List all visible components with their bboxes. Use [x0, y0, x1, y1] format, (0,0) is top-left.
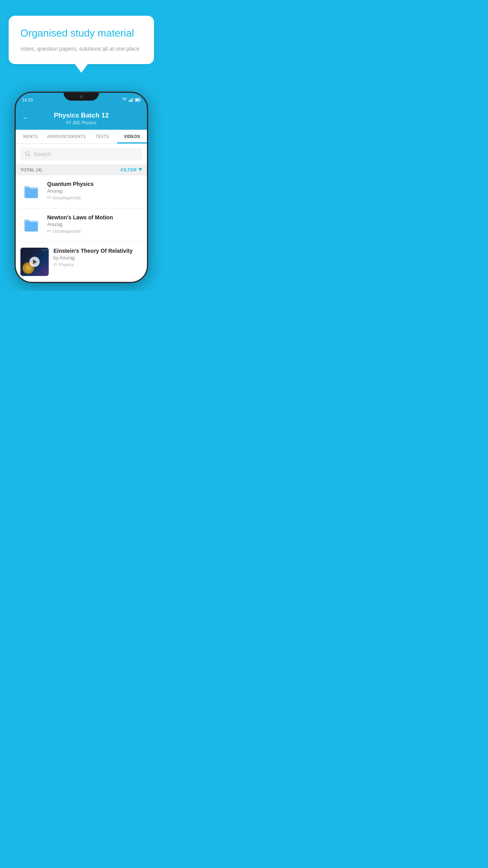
- svg-rect-6: [136, 99, 139, 101]
- tab-tests[interactable]: TESTS: [88, 130, 117, 143]
- tag-icon-3: 🏷: [53, 262, 57, 267]
- app-header: ← Physics Batch 12 IIT JEE Physics: [16, 107, 147, 130]
- video-author-3: by Anurag: [53, 255, 142, 261]
- video-tag-1: 🏷 Uncategorized: [47, 195, 142, 200]
- header-subtitle: IIT JEE Physics: [54, 120, 109, 125]
- search-icon: [25, 151, 31, 157]
- folder-thumbnail-2: [20, 214, 42, 236]
- status-time: 14:29: [22, 97, 33, 102]
- video-title-3: Einstein's Theory Of Relativity: [53, 248, 142, 254]
- list-item[interactable]: Quantum Physics Anurag 🏷 Uncategorized: [16, 175, 147, 209]
- status-icons: [122, 97, 141, 102]
- status-bar: 14:29: [16, 93, 147, 107]
- filter-icon: [138, 168, 142, 171]
- play-button[interactable]: [29, 257, 40, 267]
- list-item[interactable]: ✦ ✦ ✦ Einstein's Theory Of Relativity by…: [16, 242, 147, 282]
- video-thumbnail-3: ✦ ✦ ✦: [20, 248, 49, 276]
- phone-container: 14:29: [0, 92, 163, 291]
- tab-ments[interactable]: MENTS: [16, 130, 46, 143]
- video-list: Quantum Physics Anurag 🏷 Uncategorized: [16, 175, 147, 282]
- total-count: TOTAL (4): [20, 167, 42, 172]
- svg-rect-16: [25, 221, 30, 224]
- filter-button[interactable]: FILTER: [121, 167, 142, 172]
- folder-icon-1: [23, 184, 40, 200]
- tabs-bar: MENTS ANNOUNCEMENTS TESTS VIDEOS: [16, 130, 147, 144]
- notch: [64, 93, 99, 101]
- header-title: Physics Batch 12: [54, 112, 109, 120]
- video-author-2: Anurag: [47, 222, 142, 227]
- tag-text-1: Uncategorized: [53, 195, 81, 200]
- filter-label: FILTER: [121, 167, 137, 172]
- svg-rect-0: [129, 100, 130, 102]
- bubble-subtitle: notes, question papers, solutions all at…: [20, 45, 142, 53]
- tag-icon-2: 🏷: [47, 229, 51, 233]
- folder-icon-2: [23, 217, 40, 233]
- header-info: Physics Batch 12 IIT JEE Physics: [54, 112, 109, 125]
- camera-dot: [80, 95, 83, 98]
- tag-icon-1: 🏷: [47, 195, 51, 200]
- tab-videos[interactable]: VIDEOS: [117, 130, 147, 143]
- video-info-1: Quantum Physics Anurag 🏷 Uncategorized: [47, 181, 142, 200]
- phone-frame: 14:29: [15, 92, 148, 283]
- video-title-2: Newton's Laws of Motion: [47, 214, 142, 221]
- list-item[interactable]: Newton's Laws of Motion Anurag 🏷 Uncateg…: [16, 209, 147, 242]
- play-icon: [33, 259, 37, 264]
- tag-text-3: Physics: [59, 262, 74, 267]
- filter-bar: TOTAL (4) FILTER: [16, 164, 147, 175]
- search-placeholder: Search: [34, 151, 51, 157]
- video-tag-2: 🏷 Uncategorized: [47, 229, 142, 234]
- battery-icon: [135, 98, 141, 102]
- wifi-icon: [122, 97, 127, 102]
- svg-rect-3: [132, 98, 133, 102]
- back-button[interactable]: ←: [22, 114, 29, 122]
- stars-decoration: ✦ ✦ ✦: [42, 249, 48, 251]
- svg-rect-12: [25, 188, 30, 190]
- speech-bubble: Organised study material notes, question…: [9, 16, 154, 64]
- svg-line-8: [29, 155, 30, 156]
- tag-text-2: Uncategorized: [53, 229, 81, 234]
- svg-rect-1: [130, 99, 131, 102]
- search-bar[interactable]: Search: [20, 148, 142, 160]
- video-tag-3: 🏷 Physics: [53, 262, 142, 267]
- side-button-left: [15, 140, 15, 152]
- folder-thumbnail-1: [20, 181, 42, 203]
- video-title-1: Quantum Physics: [47, 181, 142, 187]
- top-section: Organised study material notes, question…: [0, 0, 163, 72]
- signal-icon: [129, 97, 134, 102]
- side-button-right: [147, 132, 148, 152]
- video-info-2: Newton's Laws of Motion Anurag 🏷 Uncateg…: [47, 214, 142, 234]
- svg-rect-2: [131, 99, 132, 102]
- bubble-title: Organised study material: [20, 27, 142, 40]
- search-container: Search: [16, 144, 147, 164]
- tab-announcements[interactable]: ANNOUNCEMENTS: [46, 130, 88, 143]
- video-author-1: Anurag: [47, 188, 142, 194]
- video-info-3: Einstein's Theory Of Relativity by Anura…: [53, 248, 142, 267]
- svg-rect-5: [140, 99, 141, 100]
